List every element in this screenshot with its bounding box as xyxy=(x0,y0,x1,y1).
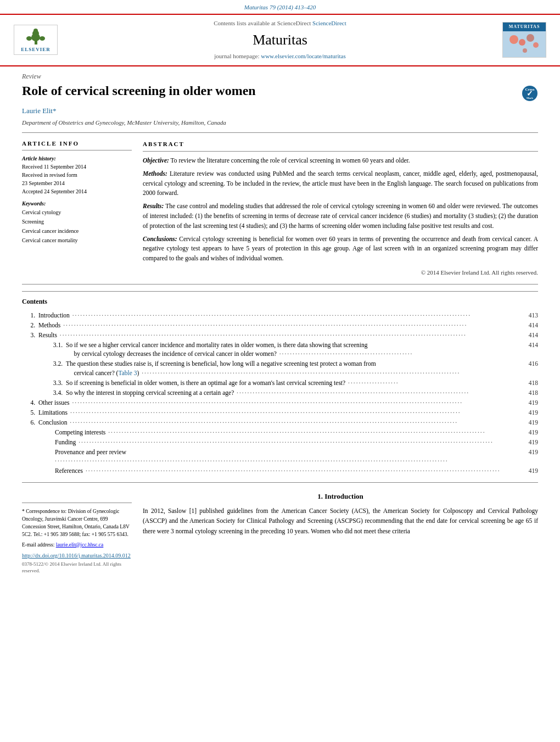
accepted-date: Accepted 24 September 2014 xyxy=(22,187,132,196)
journal-title: Maturitas xyxy=(66,30,494,50)
intro-heading: 1. Introduction xyxy=(143,492,538,501)
svg-text:Mark: Mark xyxy=(527,97,533,99)
maturitas-logo-image xyxy=(503,31,546,58)
keyword-3: Cervical cancer incidence xyxy=(22,226,132,236)
toc-item-3-4: 3.4. So why the interest in stopping cer… xyxy=(22,388,538,397)
svg-rect-0 xyxy=(35,41,37,44)
journal-homepage-link[interactable]: www.elsevier.com/locate/maturitas xyxy=(261,53,345,59)
svg-point-7 xyxy=(509,35,518,44)
methods-text: Literature review was conducted using Pu… xyxy=(143,170,538,197)
svg-rect-6 xyxy=(503,31,546,58)
abstract-objective: Objective: To review the literature conc… xyxy=(143,156,538,166)
keywords-label: Keywords: xyxy=(22,200,132,208)
toc-item-funding: Funding ································… xyxy=(22,438,538,447)
abstract-panel: ABSTRACT Objective: To review the litera… xyxy=(143,140,538,277)
toc-item-references: References ·····························… xyxy=(22,466,538,475)
contents-heading: Contents xyxy=(22,297,538,306)
received-revised-label: Received in revised form xyxy=(22,171,132,179)
article-history: Article history: Received 11 September 2… xyxy=(22,155,132,196)
left-column: * Correspondence to: Division of Gynecol… xyxy=(22,492,132,574)
results-text: The case control and modeling studies th… xyxy=(143,203,538,229)
keyword-1: Cervical cytology xyxy=(22,208,132,217)
issn-text: 0378-5122/© 2014 Elsevier Ireland Ltd. A… xyxy=(22,561,132,574)
svg-point-8 xyxy=(519,39,525,46)
elsevier-tree-icon xyxy=(24,27,48,45)
toc-item-provenance: Provenance and peer review ·············… xyxy=(22,448,538,465)
objective-label: Objective: xyxy=(143,157,169,164)
toc-item-3-2: 3.2. The question these studies raise is… xyxy=(22,359,538,377)
elsevier-logo-area: ELSEVIER xyxy=(11,25,60,55)
conclusions-label: Conclusions: xyxy=(143,236,177,242)
history-label: Article history: xyxy=(22,155,132,163)
doi-bar: Maturitas 79 (2014) 413–420 xyxy=(0,0,560,14)
maturitas-logo: MATURITAS xyxy=(502,22,546,58)
keyword-2: Screening xyxy=(22,217,132,226)
toc-item-5: 5. Limitations ·························… xyxy=(22,408,538,417)
toc-item-1: 1. Introduction ························… xyxy=(22,311,538,320)
info-abstract-section: ARTICLE INFO Article history: Received 1… xyxy=(22,132,538,284)
keywords-section: Keywords: Cervical cytology Screening Ce… xyxy=(22,200,132,245)
abstract-conclusions: Conclusions: Cervical cytology screening… xyxy=(143,235,538,264)
methods-label: Methods: xyxy=(143,170,167,177)
toc-item-competing: Competing interests ····················… xyxy=(22,428,538,437)
conclusions-text: Cervical cytology screening is beneficia… xyxy=(143,236,538,262)
objective-text: To review the literature concerning the … xyxy=(171,157,410,164)
abstract-methods: Methods: Literature review was conducted… xyxy=(143,169,538,198)
article-title-text: Role of cervical screening in older wome… xyxy=(22,83,256,99)
svg-point-3 xyxy=(33,29,38,33)
page: Maturitas 79 (2014) 413–420 ELSEVIER Con… xyxy=(0,0,560,585)
email-link[interactable]: laurie.elit@jcc.hhsc.ca xyxy=(56,542,104,548)
toc-item-3: 3. Results ·····························… xyxy=(22,331,538,339)
toc-item-3-1: 3.1. So if we see a higher cervical canc… xyxy=(22,341,538,358)
crossmark-icon: ✓ Cross Mark xyxy=(522,85,538,102)
intro-text: In 2012, Saslow [1] published guidelines… xyxy=(143,506,538,536)
article-body: Review Role of cervical screening in old… xyxy=(0,66,560,585)
two-col-section: * Correspondence to: Division of Gynecol… xyxy=(22,492,538,574)
journal-homepage: journal homepage: www.elsevier.com/locat… xyxy=(66,52,494,60)
contents-section: Contents 1. Introduction ···············… xyxy=(22,291,538,482)
maturitas-image-icon xyxy=(503,31,546,58)
elsevier-logo: ELSEVIER xyxy=(14,25,58,55)
svg-point-5 xyxy=(40,36,45,41)
svg-point-11 xyxy=(523,48,527,53)
email-label: E-mail address: xyxy=(22,542,54,548)
copyright-text: © 2014 Elsevier Ireland Ltd. All rights … xyxy=(143,268,538,277)
keyword-4: Cervical cancer mortality xyxy=(22,236,132,245)
email-line: E-mail address: laurie.elit@jcc.hhsc.ca xyxy=(22,541,132,549)
toc-item-4: 4. Other issues ························… xyxy=(22,398,538,407)
svg-point-10 xyxy=(533,42,539,48)
footnote-star-text: * Correspondence to: Division of Gynecol… xyxy=(22,507,132,539)
keywords-list: Cervical cytology Screening Cervical can… xyxy=(22,208,132,245)
article-title-row: Role of cervical screening in older wome… xyxy=(22,83,538,102)
toc-item-6: 6. Conclusion ··························… xyxy=(22,418,538,427)
author-affiliation: Department of Obstetrics and Gynecology,… xyxy=(22,119,538,127)
article-info-panel: ARTICLE INFO Article history: Received 1… xyxy=(22,140,132,277)
article-type: Review xyxy=(22,72,538,81)
article-info-heading: ARTICLE INFO xyxy=(22,140,132,150)
header-center: Contents lists available at ScienceDirec… xyxy=(66,19,494,60)
abstract-results: Results: The case control and modeling s… xyxy=(143,202,538,231)
svg-point-9 xyxy=(527,34,534,42)
maturitas-logo-area: MATURITAS xyxy=(500,22,549,58)
right-column: 1. Introduction In 2012, Saslow [1] publ… xyxy=(143,492,538,574)
contents-available-line: Contents lists available at ScienceDirec… xyxy=(66,19,494,27)
toc-item-2: 2. Methods ·····························… xyxy=(22,321,538,330)
elsevier-label: ELSEVIER xyxy=(21,46,51,53)
received-revised-date: 23 September 2014 xyxy=(22,179,132,187)
svg-text:Cross: Cross xyxy=(525,87,535,92)
abstract-heading: ABSTRACT xyxy=(143,140,538,152)
sciencedirect-link[interactable]: ScienceDirect xyxy=(312,20,346,26)
footnote-section: * Correspondence to: Division of Gynecol… xyxy=(22,503,132,574)
results-label: Results: xyxy=(143,203,164,209)
received-date: Received 11 September 2014 xyxy=(22,163,132,171)
maturitas-logo-label: MATURITAS xyxy=(503,23,546,31)
journal-header: ELSEVIER Contents lists available at Sci… xyxy=(0,14,560,66)
toc-item-3-3: 3.3. So if screening is beneficial in ol… xyxy=(22,378,538,387)
svg-point-4 xyxy=(26,36,32,41)
doi-text: Maturitas 79 (2014) 413–420 xyxy=(244,4,316,10)
doi-link[interactable]: http://dx.doi.org/10.1016/j.maturitas.20… xyxy=(22,552,132,560)
author-name: Laurie Elit* xyxy=(22,106,538,116)
